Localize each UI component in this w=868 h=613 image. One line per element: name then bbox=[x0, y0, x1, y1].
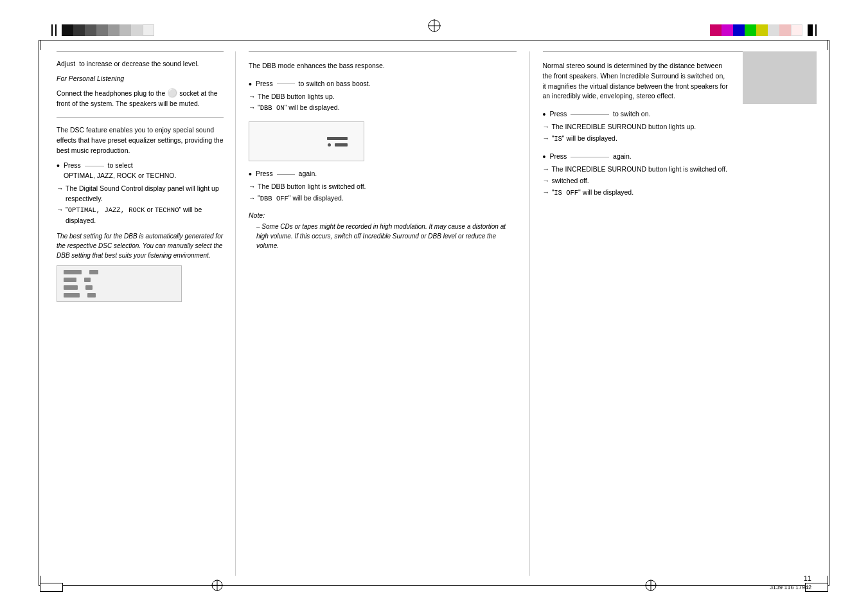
bullet-dot-4: • bbox=[543, 110, 546, 119]
dsc-row-4 bbox=[64, 293, 175, 298]
is-bullet-1: • Press to switch on. bbox=[543, 109, 811, 120]
note-text: – Some CDs or tapes might be recorded in… bbox=[249, 222, 517, 251]
is-press-1: Press bbox=[549, 110, 567, 118]
center-reg-mark-top bbox=[427, 18, 442, 37]
dbb-arrow1-2: "DBB ON" will be displayed. bbox=[249, 103, 517, 114]
dsc-bullet-content: Press to select OPTIMAL, JAZZ, ROCK or T… bbox=[64, 161, 224, 181]
is-arrow1-1: The INCREDIBLE SURROUND button lights up… bbox=[543, 122, 811, 132]
content-area: Adjust to increase or decrease the sound… bbox=[51, 51, 817, 576]
is-press-blank-1 bbox=[571, 114, 609, 115]
dsc-arrow1: The Digital Sound Control display panel … bbox=[57, 184, 224, 204]
is-press-1-suffix: to switch on. bbox=[613, 110, 650, 118]
dbb-bullet-2: • Press again. bbox=[249, 169, 517, 179]
dsc-intro: The DSC feature enables you to enjoy spe… bbox=[57, 125, 224, 155]
left-column: Adjust to increase or decrease the sound… bbox=[51, 51, 231, 576]
is-on-mono: IS bbox=[554, 135, 562, 143]
bottom-reg-mark-right bbox=[644, 578, 658, 594]
bullet-dot-5: • bbox=[543, 152, 546, 161]
is-press-blank-2 bbox=[571, 157, 609, 157]
dbb-press-2-suffix: again. bbox=[299, 170, 317, 177]
page: Adjust to increase or decrease the sound… bbox=[0, 0, 868, 613]
is-bullet-2: • Press again. bbox=[543, 152, 811, 162]
dsc-italic-note: The best setting for the DBB is automati… bbox=[57, 231, 224, 260]
dsc-row-1 bbox=[64, 270, 175, 274]
dbb-icon bbox=[327, 137, 348, 147]
dbb-icon-line-2 bbox=[335, 143, 348, 147]
is-bullet2-content: Press again. bbox=[549, 152, 810, 162]
dbb-press-2: Press bbox=[256, 170, 273, 177]
dsc-row-3 bbox=[64, 285, 175, 290]
adjust-line: Adjust to increase or decrease the sound… bbox=[57, 60, 224, 67]
is-arrow2-1: The INCREDIBLE SURROUND button light is … bbox=[543, 164, 811, 175]
right-column: Normal stereo sound is determined by the… bbox=[534, 51, 817, 576]
middle-top-rule bbox=[249, 51, 517, 52]
note-heading: Note: bbox=[249, 211, 517, 219]
dsc-bar-1a bbox=[64, 270, 82, 274]
dbb-icon-row bbox=[328, 143, 348, 147]
top-bar-left bbox=[51, 24, 154, 36]
dsc-bar-2b bbox=[84, 278, 91, 282]
dsc-bar-3b bbox=[85, 285, 93, 290]
dsc-press-label: Press bbox=[64, 161, 81, 169]
adjust-desc: to increase or decrease the sound level. bbox=[79, 60, 199, 67]
bullet-dot-2: • bbox=[249, 80, 252, 89]
is-press-2: Press bbox=[549, 152, 567, 160]
left-top-rule bbox=[57, 51, 224, 52]
is-press-2-suffix: again. bbox=[613, 152, 632, 160]
dsc-press-suffix: to select bbox=[108, 161, 133, 169]
dbb-icon-dot bbox=[328, 143, 331, 147]
dbb-display-illustration bbox=[249, 121, 364, 161]
note-content: Some CDs or tapes might be recorded in h… bbox=[256, 223, 506, 249]
is-bullet1-content: Press to switch on. bbox=[549, 109, 810, 120]
dsc-arrow2: "OPTIMAL, JAZZ, ROCK or TECHNO" will be … bbox=[57, 205, 224, 226]
dsc-press-blank bbox=[85, 166, 104, 166]
is-arrow2-1b: switched off. bbox=[543, 176, 811, 186]
dbb-icon-line-1 bbox=[327, 137, 348, 140]
dsc-bar-2a bbox=[64, 278, 76, 282]
dsc-rule bbox=[57, 117, 224, 118]
col-divider-1 bbox=[235, 51, 236, 576]
dbb-arrow2-2: "DBB OFF" will be displayed. bbox=[249, 193, 517, 204]
corner-tr-h bbox=[818, 40, 828, 40]
dsc-row-2 bbox=[64, 278, 175, 282]
adjust-label: Adjust bbox=[57, 60, 75, 67]
personal-listening-desc: Connect the headphones plug to the ⚪ soc… bbox=[57, 87, 224, 109]
dsc-bar-1b bbox=[89, 270, 98, 274]
corner-tl-v bbox=[40, 40, 40, 50]
bottom-reg-mark-left bbox=[210, 578, 224, 594]
is-arrow1-2: "IS" will be displayed. bbox=[543, 134, 811, 145]
dbb-arrow1-1: The DBB button lights up. bbox=[249, 92, 517, 102]
is-off-mono: IS OFF bbox=[554, 189, 578, 197]
is-arrow2-2: "IS OFF" will be displayed. bbox=[543, 188, 811, 199]
bullet-dot-1: • bbox=[57, 161, 60, 170]
border-right bbox=[829, 40, 829, 586]
gray-box bbox=[743, 51, 817, 104]
corner-tr-v bbox=[828, 40, 828, 50]
dsc-bullet: • Press to select OPTIMAL, JAZZ, ROCK or… bbox=[57, 161, 224, 181]
page-number: 11 bbox=[804, 574, 811, 582]
border-bottom bbox=[39, 585, 829, 586]
dbb-press-blank-1 bbox=[277, 84, 295, 84]
dbb-bullet-1: • Press to switch on bass boost. bbox=[249, 79, 517, 89]
dsc-table bbox=[57, 265, 182, 302]
border-left bbox=[39, 40, 39, 586]
dbb-arrow2-1: The DBB button light is switched off. bbox=[249, 182, 517, 192]
middle-column: The DBB mode enhances the bass response.… bbox=[240, 51, 526, 576]
dbb-off-mono: DBB OFF bbox=[260, 195, 288, 202]
note-section: Note: – Some CDs or tapes might be recor… bbox=[249, 211, 517, 251]
dbb-on-mono: DBB ON bbox=[260, 104, 285, 112]
border-top bbox=[39, 40, 829, 40]
bullet-dot-3: • bbox=[249, 170, 252, 179]
top-bar-right bbox=[710, 24, 817, 36]
dbb-press-blank-2 bbox=[277, 174, 295, 175]
dsc-bar-3a bbox=[64, 285, 78, 290]
dsc-bar-4a bbox=[64, 293, 80, 298]
dbb-press-1-suffix: to switch on bass boost. bbox=[299, 80, 371, 87]
dbb-bullet2-content: Press again. bbox=[256, 169, 517, 179]
dsc-techno-mono: TECHNO bbox=[155, 206, 179, 214]
bottom-left-box bbox=[40, 583, 63, 592]
dbb-bullet1-content: Press to switch on bass boost. bbox=[256, 79, 517, 89]
personal-listening-heading: For Personal Listening bbox=[57, 74, 224, 84]
part-number: 3139 116 17942 bbox=[770, 584, 811, 591]
corner-tl-h bbox=[40, 40, 50, 40]
